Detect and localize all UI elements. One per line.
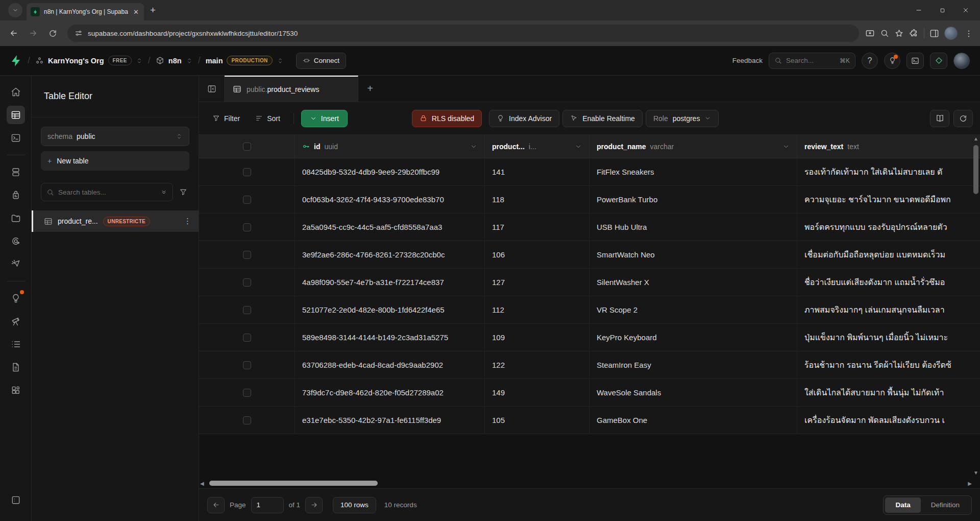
search-tables-box[interactable] [41, 183, 173, 201]
sidebar-item-realtime[interactable] [7, 255, 25, 273]
table-row[interactable]: 63706288-edeb-4cad-8cad-d9c9aab2902 122 … [199, 351, 980, 379]
cell-id[interactable]: 521077e2-2e0d-482e-800b-1fd6422f4e65 [295, 296, 485, 323]
cell-review-text[interactable]: ปุ่มแข็งมาก พิมพ์นานๆ เมื่อยนิ้ว ไม่เหมา… [797, 324, 980, 351]
select-all-cell[interactable] [199, 135, 295, 158]
breadcrumb-org[interactable]: KarnYong's Org FREE [35, 56, 143, 65]
chevrons-up-down-icon[interactable] [186, 57, 193, 64]
column-menu-chevron-icon[interactable] [782, 143, 790, 150]
cell-product-name[interactable]: VR Scope 2 [590, 296, 797, 323]
sidebar-item-integrations[interactable] [7, 381, 25, 399]
column-menu-chevron-icon[interactable] [470, 143, 477, 150]
double-chevron-icon[interactable] [160, 188, 167, 196]
assistant-button[interactable] [930, 53, 947, 69]
row-checkbox[interactable] [243, 168, 251, 176]
cell-id[interactable]: e31e7ebc-5350-42b2-97a1-fe6115ff3de9 [295, 407, 485, 434]
cell-review-text[interactable]: ร้อนช้ามาก รอนาน รีดผ้าไม่เรียบ ต้องรีดซ… [797, 351, 980, 378]
search-tables-input[interactable] [58, 188, 156, 196]
sidebar-item-sql-editor[interactable] [7, 129, 25, 147]
column-header-id[interactable]: id uuid [295, 135, 485, 158]
sidebar-item-logs[interactable] [7, 335, 25, 353]
cell-product-id[interactable]: 109 [485, 324, 590, 351]
sidebar-item-authentication[interactable] [7, 186, 25, 204]
cell-product-id[interactable]: 105 [485, 407, 590, 434]
row-checkbox[interactable] [243, 334, 251, 342]
cell-product-name[interactable]: SmartWatch Neo [590, 241, 797, 268]
filter-button[interactable]: Filter [206, 110, 246, 127]
sidebar-item-home[interactable] [7, 83, 25, 101]
scroll-right-arrow-icon[interactable]: ▶ [966, 481, 972, 486]
cell-product-id[interactable]: 118 [485, 186, 590, 213]
vertical-scroll-thumb[interactable] [973, 145, 978, 194]
horizontal-scrollbar[interactable]: ◀ ▶ [200, 480, 972, 486]
row-select-cell[interactable] [199, 379, 295, 406]
help-button[interactable]: ? [862, 53, 878, 69]
table-row[interactable]: 73f9dc7c-d9e8-462d-820e-f05d27289a02 149… [199, 379, 980, 407]
cell-product-name[interactable]: USB Hub Ultra [590, 214, 797, 241]
table-row[interactable]: 4a98f090-55e7-4e7b-a31e-f722174ce837 127… [199, 269, 980, 296]
cell-product-id[interactable]: 149 [485, 379, 590, 406]
cell-product-name[interactable]: GameBox One [590, 407, 797, 434]
extensions-icon[interactable] [909, 29, 919, 38]
enable-realtime-button[interactable]: Enable Realtime [562, 110, 643, 127]
row-checkbox[interactable] [243, 389, 251, 397]
rows-per-page-button[interactable]: 100 rows [333, 497, 376, 513]
row-select-cell[interactable] [199, 351, 295, 378]
cell-review-text[interactable]: เครื่องร้อนจัดมาก พัดลมเสียงดังรบกวน เ [797, 407, 980, 434]
chevrons-up-down-icon[interactable] [277, 57, 284, 64]
cell-id[interactable]: 3e9f2ae6-286c-4766-8261-27328c20cb0c [295, 241, 485, 268]
table-filter-button[interactable] [177, 186, 189, 198]
next-page-button[interactable] [305, 497, 323, 513]
table-row[interactable]: 589e8498-3144-4144-b149-2c3ad31a5275 109… [199, 324, 980, 351]
browser-menu-kebab-icon[interactable]: ⋮ [963, 29, 975, 38]
bookmark-star-icon[interactable] [894, 29, 904, 38]
table-row[interactable]: 0cf063b4-3262-47f4-9433-9700ede83b70 118… [199, 186, 980, 214]
cell-review-text[interactable]: พอร์ตครบทุกแบบ รองรับอุปกรณ์หลายตัว [797, 214, 980, 241]
index-advisor-button[interactable]: Index Advisor [489, 110, 559, 127]
scroll-up-arrow-icon[interactable]: ▲ [973, 136, 978, 143]
cell-id[interactable]: 589e8498-3144-4144-b149-2c3ad31a5275 [295, 324, 485, 351]
row-select-cell[interactable] [199, 241, 295, 268]
site-settings-icon[interactable] [75, 29, 83, 37]
vertical-scrollbar[interactable]: ▲ ▼ [973, 136, 979, 477]
cell-product-id[interactable]: 122 [485, 351, 590, 378]
back-button[interactable] [5, 25, 22, 42]
table-list-item-product-reviews[interactable]: product_re... UNRESTRICTE ⋮ [32, 210, 199, 232]
side-panel-icon[interactable] [929, 29, 939, 38]
row-select-cell[interactable] [199, 214, 295, 241]
row-checkbox[interactable] [243, 306, 251, 314]
refresh-button[interactable] [953, 110, 973, 127]
scroll-left-arrow-icon[interactable]: ◀ [200, 481, 206, 486]
horizontal-scroll-track[interactable] [206, 481, 966, 486]
sidebar-item-edge-functions[interactable] [7, 232, 25, 250]
row-checkbox[interactable] [243, 251, 251, 259]
collapse-panel-button[interactable] [199, 76, 225, 102]
row-select-cell[interactable] [199, 158, 295, 185]
row-checkbox[interactable] [243, 196, 251, 204]
breadcrumb-branch[interactable]: main PRODUCTION [206, 56, 284, 65]
table-row[interactable]: 521077e2-2e0d-482e-800b-1fd6422f4e65 112… [199, 296, 980, 324]
column-menu-chevron-icon[interactable] [575, 143, 582, 150]
row-checkbox[interactable] [243, 278, 251, 287]
cell-id[interactable]: 2a5a0945-cc9c-44c5-aaf5-cfd8558a7aa3 [295, 214, 485, 241]
window-close-button[interactable] [955, 3, 976, 18]
cell-id[interactable]: 4a98f090-55e7-4e7b-a31e-f722174ce837 [295, 269, 485, 296]
zoom-icon[interactable] [880, 29, 889, 38]
rls-disabled-button[interactable]: RLS disabled [412, 110, 482, 127]
row-select-cell[interactable] [199, 296, 295, 323]
sidebar-item-advisors[interactable] [7, 289, 25, 307]
sql-terminal-button[interactable] [906, 53, 924, 69]
select-all-checkbox[interactable] [243, 143, 251, 151]
new-editor-tab-button[interactable]: + [358, 76, 382, 102]
url-bar[interactable]: supabase.com/dashboard/project/gxsnhxwkl… [67, 25, 859, 42]
cell-product-id[interactable]: 117 [485, 214, 590, 241]
cell-product-id[interactable]: 127 [485, 269, 590, 296]
sidebar-item-database[interactable] [7, 163, 25, 181]
cell-product-name[interactable]: KeyPro Keyboard [590, 324, 797, 351]
cell-product-id[interactable]: 141 [485, 158, 590, 185]
sidebar-item-table-editor[interactable] [7, 106, 25, 124]
sidebar-item-api-docs[interactable] [7, 358, 25, 376]
sidebar-item-storage[interactable] [7, 209, 25, 227]
column-header-product-id[interactable]: product... i... [485, 135, 590, 158]
browser-profile-avatar[interactable] [944, 27, 958, 40]
tab-product-reviews[interactable]: public.product_reviews [225, 76, 358, 102]
